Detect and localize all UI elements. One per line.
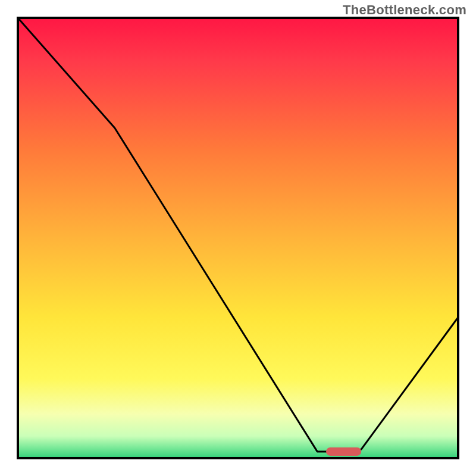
chart-container: TheBottleneck.com bbox=[0, 0, 476, 476]
bottleneck-chart bbox=[0, 0, 476, 476]
plot-background bbox=[18, 18, 458, 458]
optimal-marker bbox=[326, 447, 361, 456]
